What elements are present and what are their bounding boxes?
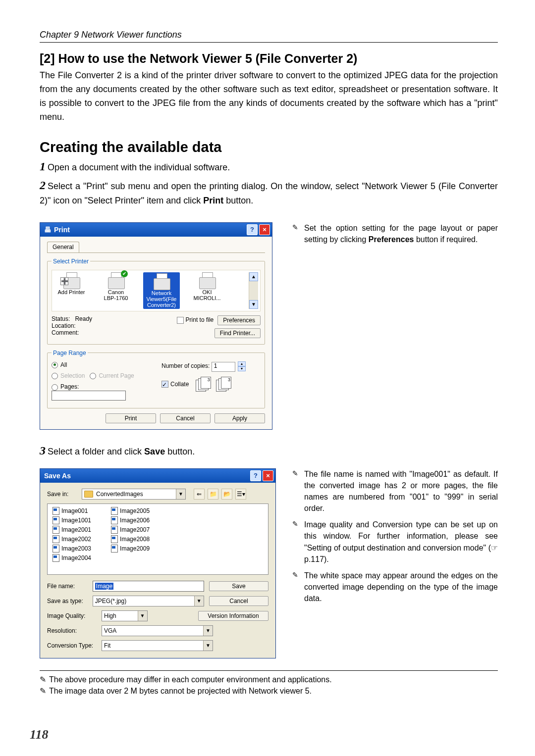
page-range-legend: Page Range (52, 350, 88, 356)
image-quality-dropdown[interactable]: High▼ (102, 610, 148, 621)
chevron-down-icon[interactable]: ▼ (138, 611, 147, 621)
dialog-titlebar[interactable]: 🖶 Print ? × (40, 223, 272, 237)
find-printer-button[interactable]: Find Printer... (214, 328, 261, 338)
cancel-button[interactable]: Cancel (160, 413, 211, 423)
radio-current-label: Current Page (99, 372, 134, 379)
print-to-file-checkbox[interactable] (177, 317, 184, 324)
preferences-button[interactable]: Preferences (217, 315, 261, 325)
file-name-value: Image (95, 583, 113, 590)
printer-label: OKI (203, 289, 212, 295)
chevron-down-icon[interactable]: ▼ (176, 489, 185, 499)
help-button[interactable]: ? (250, 470, 261, 481)
printer-scrollbar[interactable]: ▲ ▼ (249, 272, 258, 309)
step-2-bold: Print (203, 196, 223, 205)
save-in-dropdown[interactable]: ConvertedImages ▼ (82, 489, 186, 500)
printer-network-viewer[interactable]: Network Viewer5(File Converter2) (143, 272, 180, 309)
printer-add[interactable]: ➕ Add Printer (54, 272, 89, 295)
file-item[interactable]: Image2004 (53, 554, 91, 562)
file-item[interactable]: Image2003 (53, 545, 91, 553)
folder-icon (84, 491, 93, 498)
step-3-bold: Save (144, 447, 165, 456)
chevron-down-icon[interactable]: ▼ (203, 626, 213, 636)
file-item-label: Image2004 (61, 554, 91, 561)
tab-general[interactable]: General (47, 242, 79, 252)
select-printer-group: Select Printer ➕ Add Printer ✔ Canon LBP… (47, 258, 265, 345)
printer-label: Converter2) (147, 302, 176, 308)
dialog-titlebar[interactable]: Save As ? × (40, 469, 275, 483)
save-button[interactable]: Save (209, 581, 268, 591)
pages-input[interactable] (52, 391, 126, 401)
printer-label: MICROLI... (193, 295, 220, 301)
image-quality-value: High (104, 612, 116, 619)
step-3-text-c: button. (165, 447, 195, 456)
radio-pages[interactable] (52, 384, 58, 391)
copies-spinner[interactable]: ▴▾ (238, 361, 246, 371)
file-item[interactable]: Image2009 (111, 545, 150, 553)
cancel-button[interactable]: Cancel (209, 596, 268, 606)
page-range-group: Page Range All Selection Current Page Pa… (47, 350, 265, 408)
file-item-label: Image2006 (120, 517, 150, 524)
file-list[interactable]: Image001Image1001Image2001Image2002Image… (47, 504, 268, 575)
close-button[interactable]: × (259, 224, 270, 235)
note-icon: ✎ (292, 468, 301, 514)
file-icon (53, 535, 59, 543)
file-item-label: Image2008 (120, 536, 150, 543)
step-2-text-c: button. (223, 196, 253, 205)
note-text: button if required. (414, 235, 478, 244)
file-name-label: File name: (47, 583, 88, 590)
version-info-button[interactable]: Version Information (198, 611, 268, 621)
conversion-type-dropdown[interactable]: Fit▼ (102, 640, 213, 651)
conversion-type-label: Conversion Type: (47, 642, 97, 649)
file-item[interactable]: Image2006 (111, 516, 150, 524)
file-item[interactable]: Image2005 (111, 507, 150, 515)
file-item[interactable]: Image1001 (53, 516, 91, 524)
resolution-label: Resolution: (47, 627, 97, 634)
collate-icon: 123 123 (196, 377, 235, 392)
step-1-text: Open a document with the individual soft… (48, 162, 230, 172)
resolution-value: VGA (104, 627, 116, 634)
resolution-dropdown[interactable]: VGA▼ (102, 625, 213, 636)
file-item[interactable]: Image2008 (111, 535, 150, 543)
file-icon (111, 545, 118, 553)
chevron-down-icon[interactable]: ▼ (194, 596, 204, 606)
section-title: [2] How to use the Network Viewer 5 (Fil… (40, 51, 498, 66)
copies-input[interactable]: 1 (212, 362, 235, 372)
chevron-down-icon[interactable]: ▼ (203, 641, 213, 651)
subsection-title: Creating the available data (40, 139, 498, 155)
radio-all[interactable] (52, 362, 58, 368)
file-item[interactable]: Image001 (53, 507, 91, 515)
printer-icon: 🖶 (44, 226, 51, 234)
save-as-type-dropdown[interactable]: JPEG(*.jpg)▼ (93, 596, 204, 606)
step-2-text-a: Select a "Print" sub menu and open the p… (40, 181, 498, 205)
up-folder-icon[interactable]: 📁 (208, 489, 218, 500)
scroll-down-icon[interactable]: ▼ (249, 300, 258, 309)
note-quality: ✎Image quality and Conversion type can b… (292, 519, 498, 565)
view-menu-icon[interactable]: ☰▾ (235, 489, 246, 500)
file-icon (111, 535, 118, 543)
comment-label: Comment: (52, 329, 177, 336)
close-button[interactable]: × (263, 470, 273, 481)
scroll-up-icon[interactable]: ▲ (249, 272, 258, 281)
file-name-input[interactable]: Image (93, 581, 204, 592)
step-2: 2Select a "Print" sub menu and open the … (40, 176, 498, 207)
printer-canon[interactable]: ✔ Canon LBP-1760 (99, 272, 133, 301)
file-icon (53, 545, 59, 553)
file-item[interactable]: Image2007 (111, 526, 150, 534)
note-icon: ✎ (292, 570, 301, 605)
apply-button[interactable]: Apply (214, 413, 265, 423)
back-icon[interactable]: ⇐ (194, 489, 205, 500)
save-in-label: Save in: (47, 491, 77, 498)
file-item[interactable]: Image2001 (53, 526, 91, 534)
file-item[interactable]: Image2002 (53, 535, 91, 543)
printer-oki[interactable]: OKI MICROLI... (190, 272, 224, 301)
step-1: 1Open a document with the individual sof… (40, 157, 498, 175)
new-folder-icon[interactable]: 📂 (221, 489, 232, 500)
image-quality-label: Image Quality: (47, 612, 97, 619)
intro-paragraph: The File Converter 2 is a kind of the pr… (40, 69, 498, 124)
print-button[interactable]: Print (106, 413, 156, 423)
file-item-label: Image2009 (120, 545, 150, 552)
collate-checkbox[interactable]: ✓ (161, 381, 168, 388)
help-button[interactable]: ? (247, 224, 258, 235)
save-as-type-label: Save as type: (47, 598, 88, 605)
file-icon (53, 516, 59, 524)
